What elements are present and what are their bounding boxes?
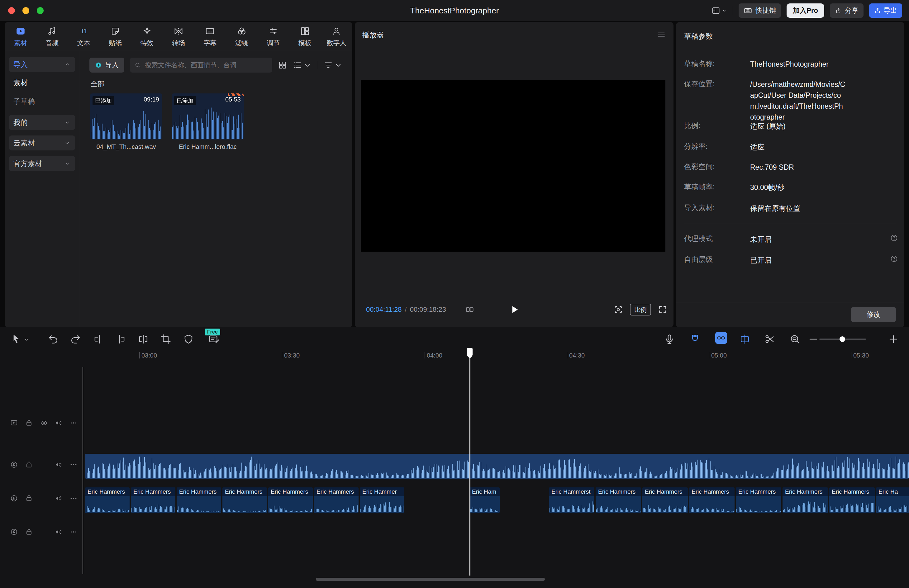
audio-clip-segment[interactable]: Eric Hammers	[85, 488, 129, 513]
sidebar-item-media[interactable]: 素材	[5, 74, 79, 90]
trim-right-button[interactable]	[115, 333, 126, 345]
playhead-line[interactable]	[469, 349, 471, 575]
minimize-window-button[interactable]	[23, 7, 29, 14]
audio-tab-icon	[47, 26, 57, 36]
audio-track-icon[interactable]	[10, 494, 18, 502]
link-toggle[interactable]	[715, 332, 727, 344]
lock-icon[interactable]	[25, 460, 33, 469]
audio-clip-segment[interactable]: Eric Hammers	[595, 488, 641, 513]
select-tool-dropdown[interactable]	[23, 336, 30, 343]
export-button[interactable]: 导出	[869, 3, 902, 18]
tab-effects[interactable]: 特效	[131, 22, 163, 51]
lock-icon[interactable]	[25, 419, 33, 427]
horizontal-scrollbar[interactable]	[316, 578, 545, 581]
more-icon[interactable]	[70, 460, 78, 469]
grid-view-button[interactable]	[278, 60, 287, 70]
preview-axis-toggle[interactable]	[739, 333, 751, 345]
search-input[interactable]	[144, 61, 268, 69]
ripple-edit-button[interactable]	[764, 333, 776, 345]
sidebar-group-official[interactable]: 官方素材	[9, 156, 75, 171]
pro-button[interactable]: 加入Pro	[786, 3, 824, 18]
more-icon[interactable]	[70, 494, 78, 502]
audio-clip-segment[interactable]: Eric Hammers	[642, 488, 688, 513]
zoom-window-button[interactable]	[37, 7, 44, 14]
speaker-icon[interactable]	[55, 528, 63, 536]
lock-icon[interactable]	[25, 528, 33, 536]
more-icon[interactable]	[70, 419, 78, 427]
lock-icon[interactable]	[25, 494, 33, 502]
zoom-in-button[interactable]	[888, 333, 899, 345]
frames-button[interactable]	[465, 305, 474, 314]
select-tool-button[interactable]	[10, 333, 21, 345]
audio-clip-thumbnail[interactable]: 已添加05:53	[171, 94, 244, 139]
audio-clip-segment[interactable]: Eric Hammer	[360, 488, 404, 513]
split-button[interactable]	[137, 333, 149, 345]
import-button[interactable]: 导入	[89, 58, 124, 73]
filter-button[interactable]	[323, 60, 343, 70]
audio-clip-segment[interactable]: Eric Hammers	[689, 488, 734, 513]
workspace-layout-button[interactable]	[712, 6, 727, 15]
ratio-button[interactable]: 比例	[630, 304, 651, 315]
audio-clip-segment[interactable]: Eric Hammers	[829, 488, 875, 513]
sidebar-item-sub-draft[interactable]: 子草稿	[5, 93, 79, 109]
speaker-icon[interactable]	[55, 494, 63, 502]
share-button[interactable]: 分享	[830, 3, 864, 18]
player-menu-button[interactable]	[657, 30, 666, 40]
tab-adjust[interactable]: 调节	[258, 22, 289, 51]
audio-clip-segment[interactable]: Eric Ham	[469, 488, 500, 513]
audio-clip-segment[interactable]: Eric Hammers	[783, 488, 828, 513]
mark-button[interactable]	[183, 333, 194, 345]
tab-templates[interactable]: 模板	[289, 22, 320, 51]
zoom-out-button[interactable]	[807, 333, 819, 345]
audio-clip-segment[interactable]: Eric Hammers	[176, 488, 221, 513]
record-audio-button[interactable]	[663, 333, 675, 345]
tab-media[interactable]: 素材	[5, 22, 36, 51]
sidebar-group-mine[interactable]: 我的	[9, 115, 75, 130]
sticker-tab-icon	[110, 26, 121, 36]
tab-audio[interactable]: 音频	[36, 22, 68, 51]
tab-avatar[interactable]: 数字人	[321, 22, 352, 51]
play-button[interactable]	[508, 304, 520, 315]
audio-clip-waveform[interactable]	[85, 454, 909, 479]
snap-toggle[interactable]	[689, 333, 701, 345]
crop-button[interactable]	[160, 333, 171, 345]
list-view-button[interactable]	[293, 60, 312, 70]
audio-clip-segment[interactable]: Eric Hammers	[268, 488, 313, 513]
audio-clip-thumbnail[interactable]: 已添加09:19	[90, 94, 162, 139]
fullscreen-button[interactable]	[658, 305, 667, 314]
audio-clip-segment[interactable]: Eric Hammers	[131, 488, 175, 513]
fit-timeline-button[interactable]	[789, 333, 801, 345]
tab-filters[interactable]: 滤镜	[226, 22, 257, 51]
speaker-icon[interactable]	[55, 419, 63, 427]
audio-clip-segment[interactable]: Eric Hammers	[222, 488, 267, 513]
eye-icon[interactable]	[40, 419, 48, 427]
trim-left-button[interactable]	[92, 333, 104, 345]
audio-track-icon[interactable]	[10, 460, 18, 469]
tab-stickers[interactable]: 贴纸	[99, 22, 131, 51]
zoom-slider-knob[interactable]	[839, 336, 845, 342]
help-icon[interactable]	[890, 234, 898, 242]
search-box[interactable]	[130, 58, 272, 73]
redo-button[interactable]	[70, 333, 81, 345]
tab-text[interactable]: TI文本	[68, 22, 99, 51]
sidebar-item-import[interactable]: 导入	[9, 57, 75, 72]
audio-clip-segment[interactable]: Eric Hammers	[314, 488, 359, 513]
audio-track-icon[interactable]	[10, 528, 18, 536]
close-window-button[interactable]	[8, 7, 15, 14]
more-icon[interactable]	[70, 528, 78, 536]
sidebar-group-cloud[interactable]: 云素材	[9, 136, 75, 150]
tab-label: 转场	[172, 39, 185, 47]
audio-clip-segment[interactable]: Eric Hammers	[736, 488, 781, 513]
tab-transitions[interactable]: 转场	[163, 22, 194, 51]
audio-clip-segment[interactable]: Eric Hammerst	[549, 488, 594, 513]
shortcut-button[interactable]: 快捷键	[739, 3, 781, 18]
modify-button[interactable]: 修改	[851, 307, 896, 322]
help-icon[interactable]	[890, 255, 898, 263]
tab-captions[interactable]: 字幕	[194, 22, 226, 51]
video-track-icon[interactable]	[10, 419, 18, 427]
audio-clip-segment[interactable]: Eric Ha	[876, 488, 909, 513]
undo-button[interactable]	[47, 333, 59, 345]
speaker-icon[interactable]	[55, 460, 63, 469]
playhead-handle[interactable]	[467, 348, 472, 356]
focus-button[interactable]	[614, 305, 623, 314]
